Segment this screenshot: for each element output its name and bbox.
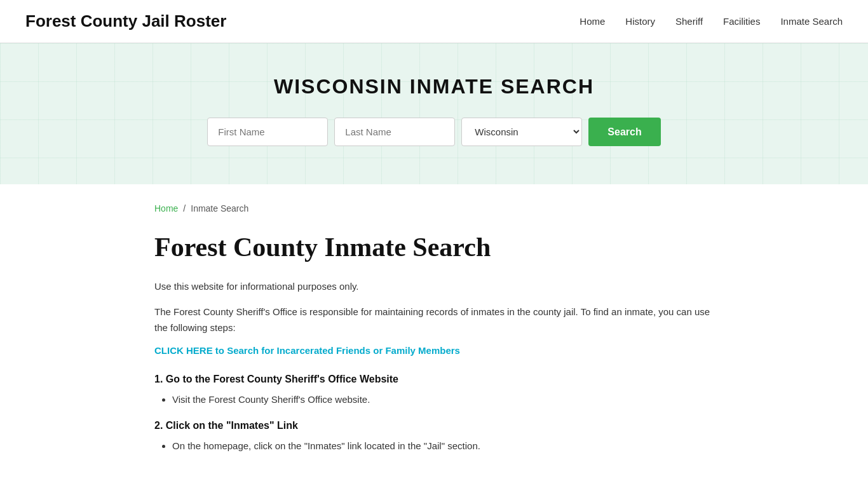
breadcrumb-separator: / bbox=[183, 203, 186, 214]
info-para-1: Use this website for informational purpo… bbox=[154, 278, 714, 295]
click-here-link[interactable]: CLICK HERE to Search for Incarcerated Fr… bbox=[154, 345, 460, 356]
hero-section: WISCONSIN INMATE SEARCH Wisconsin Alabam… bbox=[0, 43, 868, 184]
site-header: Forest County Jail Roster Home History S… bbox=[0, 0, 868, 43]
step-2-heading: 2. Click on the "Inmates" Link bbox=[154, 420, 714, 431]
page-heading: Forest County Inmate Search bbox=[154, 231, 714, 263]
state-select[interactable]: Wisconsin Alabama Alaska Arizona Arkansa… bbox=[461, 118, 582, 146]
hero-title: WISCONSIN INMATE SEARCH bbox=[13, 75, 855, 98]
site-title: Forest County Jail Roster bbox=[25, 11, 226, 31]
breadcrumb-home[interactable]: Home bbox=[154, 203, 178, 214]
info-para-2: The Forest County Sheriff's Office is re… bbox=[154, 304, 714, 336]
step-2-bullet-1: On the homepage, click on the "Inmates" … bbox=[172, 438, 714, 454]
nav-sheriff[interactable]: Sheriff bbox=[675, 16, 703, 27]
last-name-input[interactable] bbox=[334, 118, 455, 146]
main-nav: Home History Sheriff Facilities Inmate S… bbox=[580, 16, 843, 27]
nav-home[interactable]: Home bbox=[580, 16, 605, 27]
nav-history[interactable]: History bbox=[625, 16, 655, 27]
breadcrumb: Home / Inmate Search bbox=[154, 203, 714, 214]
step-2-list: On the homepage, click on the "Inmates" … bbox=[172, 438, 714, 454]
search-form: Wisconsin Alabama Alaska Arizona Arkansa… bbox=[13, 118, 855, 146]
breadcrumb-current: Inmate Search bbox=[191, 203, 248, 214]
first-name-input[interactable] bbox=[207, 118, 328, 146]
step-1-bullet-1: Visit the Forest County Sheriff's Office… bbox=[172, 391, 714, 408]
step-1-heading: 1. Go to the Forest County Sheriff's Off… bbox=[154, 374, 714, 385]
main-content: Home / Inmate Search Forest County Inmat… bbox=[129, 184, 739, 488]
step-1-list: Visit the Forest County Sheriff's Office… bbox=[172, 391, 714, 408]
search-button[interactable]: Search bbox=[588, 118, 660, 146]
nav-inmate-search[interactable]: Inmate Search bbox=[780, 16, 843, 27]
nav-facilities[interactable]: Facilities bbox=[723, 16, 760, 27]
